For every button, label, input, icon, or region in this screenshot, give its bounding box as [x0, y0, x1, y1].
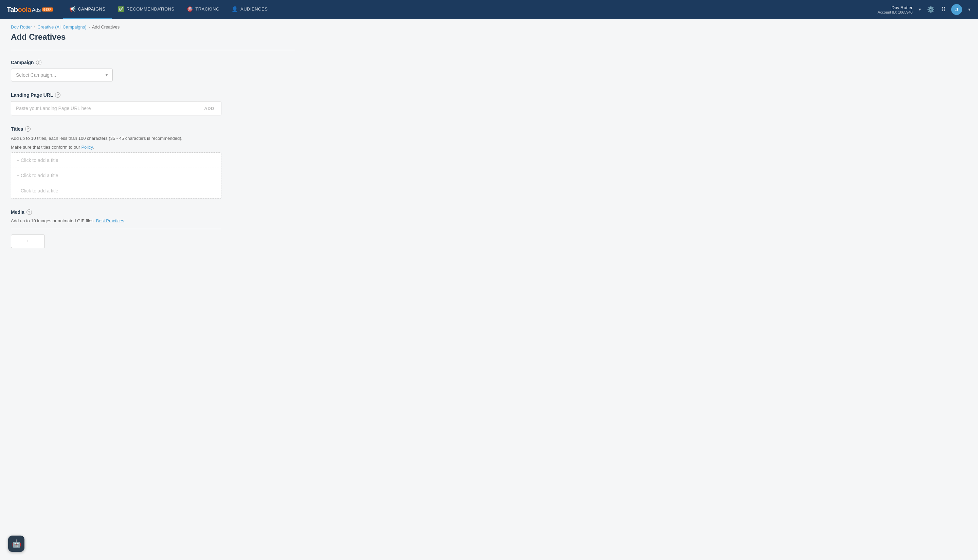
avatar-dropdown-arrow[interactable]: ▼ [968, 7, 971, 12]
user-dropdown-arrow[interactable]: ▼ [918, 7, 921, 12]
avatar-letter: J [955, 7, 958, 12]
media-divider [11, 229, 221, 229]
campaign-select-wrapper: Select Campaign... ▼ [11, 68, 113, 82]
campaigns-label: CAMPAIGNS [78, 7, 106, 12]
user-info[interactable]: Dov Rotter Account ID: 1065940 [878, 5, 913, 14]
nav-item-recommendations[interactable]: ✅ RECOMMENDATIONS [112, 0, 181, 19]
logo-ads: Ads [32, 7, 41, 13]
media-help-icon[interactable]: ? [27, 209, 32, 215]
title-input-2[interactable]: + Click to add a title [11, 168, 221, 183]
campaign-section: Campaign ? Select Campaign... ▼ [11, 60, 295, 82]
titles-label-text: Titles [11, 126, 23, 132]
titles-description-1: Add up to 10 titles, each less than 100 … [11, 135, 295, 142]
main-content: Campaign ? Select Campaign... ▼ Landing … [0, 50, 305, 273]
avatar[interactable]: J [951, 4, 962, 15]
titles-section: Titles ? Add up to 10 titles, each less … [11, 126, 295, 198]
campaigns-icon: 📢 [69, 6, 76, 12]
nav-item-tracking[interactable]: 🎯 TRACKING [181, 0, 226, 19]
breadcrumb-sep-2: › [88, 25, 90, 30]
campaign-help-icon[interactable]: ? [36, 60, 42, 65]
logo-oola: oola [18, 6, 31, 13]
best-practices-link[interactable]: Best Practices [96, 218, 124, 223]
logo-tab: Tab [7, 6, 18, 13]
upload-area-hint[interactable]: + [11, 235, 45, 248]
logo[interactable]: TaboolaAds BETA [7, 6, 53, 13]
url-input-row: ADD [11, 101, 221, 115]
landing-page-help-icon[interactable]: ? [55, 92, 60, 98]
titles-description-2: Make sure that titles conform to our Pol… [11, 144, 295, 151]
page-title: Add Creatives [0, 32, 978, 50]
upload-icon: + [27, 239, 29, 244]
recommendations-icon: ✅ [118, 6, 125, 12]
nav-right: Dov Rotter Account ID: 1065940 ▼ ⚙️ ⠿ J … [878, 4, 971, 15]
beta-badge: BETA [42, 7, 53, 12]
campaign-label-text: Campaign [11, 60, 34, 65]
recommendations-label: RECOMMENDATIONS [126, 7, 175, 12]
top-divider [11, 50, 295, 50]
user-account: Account ID: 1065940 [878, 10, 913, 14]
breadcrumb: Dov Rotter › Creative (All Campaigns) › … [0, 19, 978, 32]
audiences-icon: 👤 [232, 6, 239, 12]
media-label: Media ? [11, 209, 295, 215]
audiences-label: AUDIENCES [240, 7, 268, 12]
titles-help-icon[interactable]: ? [25, 126, 30, 132]
breadcrumb-current: Add Creatives [92, 25, 120, 30]
user-name: Dov Rotter [891, 5, 913, 10]
media-description: Add up to 10 images or animated GIF file… [11, 218, 295, 223]
campaign-label: Campaign ? [11, 60, 295, 65]
titles-label: Titles ? [11, 126, 295, 132]
nav-items: 📢 CAMPAIGNS ✅ RECOMMENDATIONS 🎯 TRACKING… [63, 0, 878, 19]
nav-item-campaigns[interactable]: 📢 CAMPAIGNS [63, 0, 112, 19]
title-input-1[interactable]: + Click to add a title [11, 153, 221, 168]
url-input[interactable] [11, 102, 197, 115]
breadcrumb-sep-1: › [34, 25, 35, 30]
campaign-select[interactable]: Select Campaign... [11, 68, 113, 82]
navbar: TaboolaAds BETA 📢 CAMPAIGNS ✅ RECOMMENDA… [0, 0, 978, 19]
policy-link[interactable]: Policy [81, 145, 93, 150]
settings-icon[interactable]: ⚙️ [926, 4, 936, 15]
nav-item-audiences[interactable]: 👤 AUDIENCES [225, 0, 274, 19]
titles-container: + Click to add a title + Click to add a … [11, 152, 221, 198]
grid-icon[interactable]: ⠿ [940, 4, 947, 15]
tracking-icon: 🎯 [187, 6, 194, 12]
landing-page-label-text: Landing Page URL [11, 92, 53, 98]
tracking-label: TRACKING [195, 7, 219, 12]
breadcrumb-dov-rotter[interactable]: Dov Rotter [11, 25, 32, 30]
media-section: Media ? Add up to 10 images or animated … [11, 209, 295, 248]
add-url-button[interactable]: ADD [197, 102, 221, 115]
landing-page-label: Landing Page URL ? [11, 92, 295, 98]
breadcrumb-creative[interactable]: Creative (All Campaigns) [37, 25, 87, 30]
media-label-text: Media [11, 209, 25, 215]
title-input-3[interactable]: + Click to add a title [11, 183, 221, 198]
landing-page-section: Landing Page URL ? ADD [11, 92, 295, 115]
